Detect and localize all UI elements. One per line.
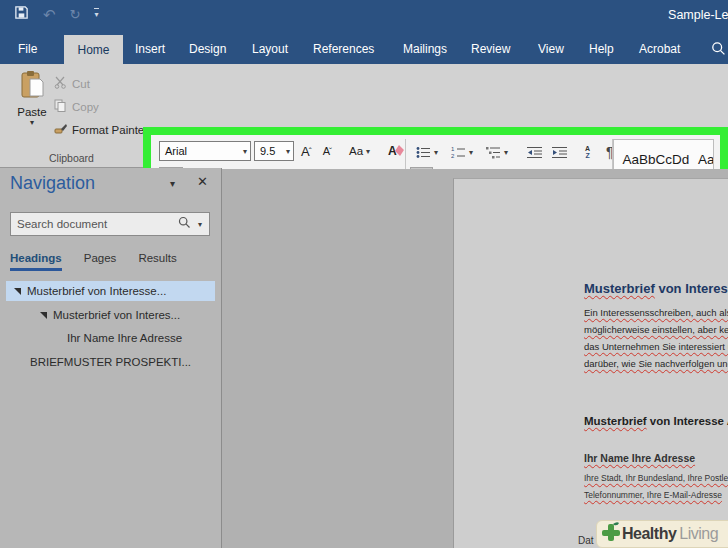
partial-text: Dat: [578, 535, 594, 546]
document-body-line: das Unternehmen Sie interessiert u: [584, 341, 728, 352]
paste-label: Paste: [10, 106, 54, 118]
navigation-pane: Navigation ▾ ✕ Search document ▾ Heading…: [0, 168, 222, 548]
watermark-brand-light: Living: [679, 525, 718, 543]
style-preview: AaBbCcDd: [614, 152, 698, 167]
undo-icon[interactable]: ↶: [43, 7, 56, 22]
svg-text:1: 1: [451, 146, 455, 152]
document-heading-1: Musterbrief von Interesse: [584, 281, 728, 296]
document-body-line: möglicherweise einstellen, aber kei: [584, 324, 728, 335]
style-preview: AaBbCcDd: [698, 152, 714, 167]
document-page[interactable]: Musterbrief von Interesse Ein Interessen…: [453, 178, 728, 548]
scissors-icon: [54, 76, 67, 91]
search-icon[interactable]: [711, 33, 726, 64]
navigation-options-icon[interactable]: ▾: [170, 178, 175, 189]
clipboard-paste-icon: [19, 86, 46, 103]
svg-text:2: 2: [451, 153, 455, 159]
numbering-button[interactable]: 12▾: [447, 140, 480, 164]
tab-help[interactable]: Help: [589, 33, 614, 64]
bullets-button[interactable]: ▾: [412, 140, 445, 164]
collapse-triangle-icon[interactable]: [40, 312, 47, 319]
copy-button[interactable]: Copy: [54, 95, 143, 118]
heading-item-1[interactable]: Musterbrief von Interesse...: [6, 281, 215, 301]
address-line: Telefonnummer, Ihre E-Mail-Adresse: [584, 490, 722, 500]
search-options-icon[interactable]: ▾: [195, 220, 205, 229]
multilevel-list-button[interactable]: ▾: [482, 140, 515, 164]
search-document-input[interactable]: Search document ▾: [10, 212, 210, 236]
redo-icon[interactable]: ↻: [70, 8, 81, 21]
navigation-tabs: Headings Pages Results: [10, 252, 177, 271]
address-line: Ihre Stadt, Ihr Bundesland, Ihre Postle: [584, 473, 728, 483]
format-painter-icon: [54, 122, 67, 137]
clipboard-group: Paste ▾ Cut Copy: [0, 64, 143, 167]
customize-qat-icon[interactable]: ▾: [94, 8, 98, 20]
title-bar: ↶ ↻ ▾ Sample-Let: [0, 0, 728, 33]
decrease-indent-button[interactable]: [523, 140, 546, 164]
word-window: ↶ ↻ ▾ Sample-Let File Home Insert Design…: [0, 0, 728, 548]
ribbon: Paste ▾ Cut Copy: [0, 64, 728, 168]
document-title: Sample-Let: [668, 8, 728, 22]
shrink-font-button[interactable]: Aˇ: [319, 139, 336, 163]
sort-button[interactable]: A Z: [581, 140, 594, 164]
tab-insert[interactable]: Insert: [135, 33, 165, 64]
tab-home[interactable]: Home: [64, 35, 123, 64]
clipboard-small-buttons: Cut Copy Format Painter: [54, 72, 143, 141]
heading-item-4[interactable]: BRIEFMUSTER PROSPEKTI...: [30, 352, 191, 372]
clipboard-group-label: Clipboard: [0, 152, 143, 164]
address-name: Ihr Name Ihre Adresse: [584, 452, 695, 464]
tab-view[interactable]: View: [538, 33, 564, 64]
tab-acrobat[interactable]: Acrobat: [639, 33, 680, 64]
cut-label: Cut: [72, 78, 90, 90]
heading-item-3[interactable]: Ihr Name Ihre Adresse: [67, 328, 182, 348]
paste-button[interactable]: Paste ▾: [10, 70, 54, 127]
healthy-living-watermark: Healthy Living: [596, 520, 728, 548]
tab-review[interactable]: Review: [471, 33, 510, 64]
tab-results[interactable]: Results: [138, 252, 176, 271]
change-case-button[interactable]: Aa▾: [345, 139, 377, 163]
tab-headings[interactable]: Headings: [10, 252, 62, 271]
tab-design[interactable]: Design: [189, 33, 226, 64]
font-name-dropdown-icon[interactable]: ▾: [240, 147, 250, 156]
tab-pages[interactable]: Pages: [84, 252, 117, 271]
grow-font-button[interactable]: Aˆ: [297, 139, 316, 163]
cut-button[interactable]: Cut: [54, 72, 143, 95]
healthy-living-logo-icon: [600, 521, 622, 547]
navigation-pane-title: Navigation: [10, 173, 95, 194]
quick-access-toolbar: ↶ ↻ ▾: [14, 5, 99, 24]
font-size-dropdown-icon[interactable]: ▾: [283, 147, 293, 156]
format-painter-button[interactable]: Format Painter: [54, 118, 143, 141]
heading-item-2[interactable]: Musterbrief von Interes...: [40, 305, 180, 325]
search-placeholder: Search document: [11, 218, 178, 230]
search-icon[interactable]: [178, 215, 191, 233]
tab-references[interactable]: References: [313, 33, 374, 64]
save-icon[interactable]: [14, 5, 29, 24]
tab-file[interactable]: File: [18, 33, 37, 64]
clear-formatting-button[interactable]: A: [384, 139, 401, 163]
tab-mailings[interactable]: Mailings: [403, 33, 447, 64]
document-body-line: Ein Interessensschreiben, auch als: [584, 307, 728, 318]
tab-layout[interactable]: Layout: [252, 33, 288, 64]
format-painter-label: Format Painter: [72, 124, 143, 136]
increase-indent-button[interactable]: [548, 140, 571, 164]
font-name-value: Arial: [160, 145, 240, 157]
font-size-value: 9.5: [255, 145, 283, 157]
document-body-line: darüber, wie Sie nachverfolgen und: [584, 358, 728, 369]
close-icon[interactable]: ✕: [197, 174, 208, 189]
copy-icon: [54, 99, 67, 114]
collapse-triangle-icon[interactable]: [14, 288, 21, 295]
document-heading-2: Musterbrief von Interesse A: [584, 415, 728, 427]
font-size-combobox[interactable]: 9.5 ▾: [254, 141, 294, 161]
watermark-brand-bold: Healthy: [622, 525, 676, 543]
paste-dropdown-icon[interactable]: ▾: [10, 118, 54, 127]
ribbon-tab-bar: File Home Insert Design Layout Reference…: [0, 33, 728, 64]
copy-label: Copy: [72, 101, 99, 113]
font-name-combobox[interactable]: Arial ▾: [159, 141, 251, 161]
